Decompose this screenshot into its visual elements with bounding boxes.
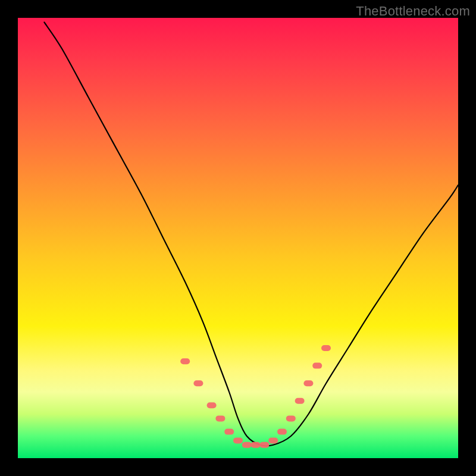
- watermark-label: TheBottleneck.com: [356, 4, 470, 19]
- marker-point: [268, 437, 278, 443]
- chart-svg: [18, 18, 458, 458]
- marker-point: [277, 429, 287, 435]
- marker-point: [321, 345, 331, 351]
- marker-point: [215, 415, 225, 421]
- marker-point: [233, 437, 243, 443]
- marker-point: [251, 442, 261, 448]
- marker-point: [242, 442, 252, 448]
- marker-point: [207, 402, 217, 408]
- marker-point: [312, 363, 322, 369]
- bottleneck-curve-line: [44, 22, 458, 446]
- marker-point: [193, 380, 203, 386]
- plot-area: [18, 18, 458, 458]
- highlighted-points-group: [180, 345, 331, 448]
- marker-point: [295, 398, 305, 404]
- marker-point: [180, 358, 190, 364]
- marker-point: [286, 415, 296, 421]
- marker-point: [224, 429, 234, 435]
- marker-point: [259, 442, 269, 448]
- marker-point: [303, 380, 313, 386]
- chart-frame: TheBottleneck.com: [0, 0, 476, 476]
